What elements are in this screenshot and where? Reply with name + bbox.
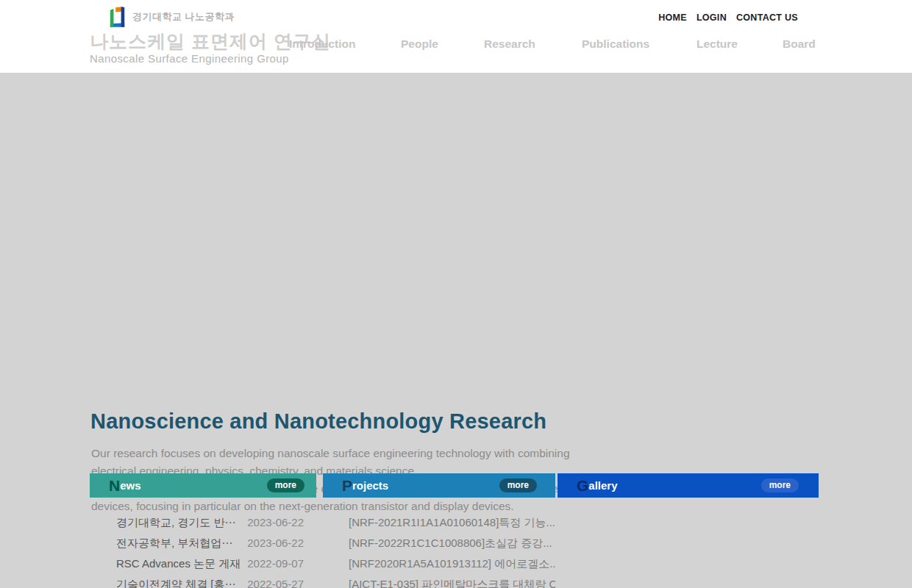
project-item-title: [NRF2020R1A5A101913112] 에어로겔소... [349, 553, 555, 574]
news-list: 경기대학교, 경기도 반⋯ 2023-06-22 전자공학부, 부처협업⋯ 20… [90, 512, 316, 588]
nav-people[interactable]: People [401, 37, 438, 51]
gallery-title-rest: allery [588, 473, 617, 498]
projects-panel-header: Projects more [323, 473, 555, 498]
nav-lecture[interactable]: Lecture [697, 37, 738, 51]
main-nav: Introduction People Research Publication… [0, 0, 912, 73]
projects-list-item[interactable]: [NRF-2021R1I1A1A01060148]특정 기능... [349, 512, 555, 533]
news-item-date: 2022-05-27 [247, 574, 304, 588]
news-list-item[interactable]: 기술이전계약 체결 [홍⋯ 2022-05-27 [116, 574, 304, 588]
gallery-more-button[interactable]: more [761, 478, 799, 492]
page: 경기대학교 나노공학과 나노스케일 표면제어 연구실 Nanoscale Sur… [0, 0, 912, 588]
projects-list: [NRF-2021R1I1A1A01060148]특정 기능... [NRF-2… [323, 512, 555, 588]
news-panel-header: News more [90, 473, 316, 498]
news-list-item[interactable]: RSC Advances 논문 게재 2022-09-07 [116, 553, 304, 574]
project-item-title: [AICT-E1-035] 파인메탈마스크를 대체랑 O... [349, 574, 555, 588]
news-panel: News more 경기대학교, 경기도 반⋯ 2023-06-22 전자공학부… [90, 473, 316, 588]
projects-title-initial: P [342, 473, 352, 498]
project-item-title: [NRF-2022R1C1C1008806]초실감 증강... [349, 533, 552, 553]
nav-research[interactable]: Research [484, 37, 535, 51]
news-item-title: 기술이전계약 체결 [홍⋯ [116, 574, 236, 588]
project-item-title: [NRF-2021R1I1A1A01060148]특정 기능... [349, 512, 555, 533]
news-title-initial: N [109, 473, 120, 498]
news-item-date: 2023-06-22 [247, 533, 304, 553]
nav-board[interactable]: Board [783, 37, 816, 51]
news-list-item[interactable]: 전자공학부, 부처협업⋯ 2023-06-22 [116, 533, 304, 553]
projects-title-rest: rojects [352, 473, 388, 498]
gallery-panel-header: Gallery more [557, 473, 819, 498]
nav-introduction[interactable]: Introduction [289, 37, 355, 51]
site-header: 경기대학교 나노공학과 나노스케일 표면제어 연구실 Nanoscale Sur… [0, 0, 912, 73]
news-item-title: RSC Advances 논문 게재 [116, 553, 240, 574]
hero-banner: Nanoscience and Nanotechnology Research … [0, 73, 912, 470]
news-title-rest: ews [120, 473, 140, 498]
projects-list-item[interactable]: [NRF2020R1A5A101913112] 에어로겔소... [349, 553, 555, 574]
news-item-title: 전자공학부, 부처협업⋯ [116, 533, 232, 553]
nav-publications[interactable]: Publications [582, 37, 649, 51]
projects-panel: Projects more [NRF-2021R1I1A1A01060148]특… [323, 473, 555, 588]
hero-title: Nanoscience and Nanotechnology Research [90, 409, 546, 434]
projects-list-item[interactable]: [NRF-2022R1C1C1008806]초실감 증강... [349, 533, 555, 553]
news-item-title: 경기대학교, 경기도 반⋯ [116, 512, 236, 533]
news-more-button[interactable]: more [267, 478, 304, 492]
projects-more-button[interactable]: more [499, 478, 537, 492]
news-item-date: 2023-06-22 [247, 512, 304, 533]
news-list-item[interactable]: 경기대학교, 경기도 반⋯ 2023-06-22 [116, 512, 304, 533]
gallery-title-initial: G [577, 473, 588, 498]
projects-list-item[interactable]: [AICT-E1-035] 파인메탈마스크를 대체랑 O... [349, 574, 555, 588]
gallery-panel: Gallery more [557, 473, 819, 498]
news-item-date: 2022-09-07 [247, 553, 304, 574]
